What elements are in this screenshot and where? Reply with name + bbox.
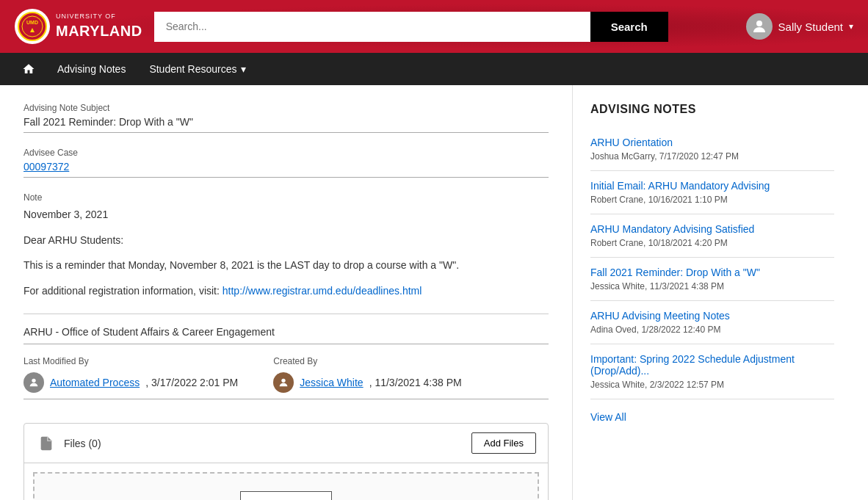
note-list-item[interactable]: ARHU Advising Meeting NotesAdina Oved, 1… bbox=[590, 301, 834, 344]
note-link[interactable]: http://www.registrar.umd.edu/deadlines.h… bbox=[223, 285, 422, 297]
created-by-date: , 11/3/2021 4:38 PM bbox=[369, 377, 462, 388]
note-body2: For additional registration information,… bbox=[23, 283, 549, 299]
view-all-link[interactable]: View All bbox=[590, 411, 834, 423]
note-body1: This is a reminder that Monday, November… bbox=[23, 257, 549, 273]
note-list-item[interactable]: Fall 2021 Reminder: Drop With a "W"Jessi… bbox=[590, 258, 834, 301]
right-sidebar: ADVISING NOTES ARHU OrientationJoshua Mc… bbox=[573, 85, 852, 500]
note-list-meta: Adina Oved, 1/28/2022 12:40 PM bbox=[590, 325, 834, 335]
subject-label: Advising Note Subject bbox=[23, 103, 549, 113]
note-list-meta: Robert Crane, 10/16/2021 1:10 PM bbox=[590, 195, 834, 205]
created-by-col: Created By Jessica White , 11/3/2021 4:3… bbox=[273, 356, 461, 393]
last-modified-date: , 3/17/2022 2:01 PM bbox=[145, 377, 238, 388]
note-list-meta: Jessica White, 11/3/2021 4:38 PM bbox=[590, 281, 834, 291]
student-resources-dropdown-icon: ▾ bbox=[241, 63, 246, 75]
created-by-user-row: Jessica White , 11/3/2021 4:38 PM bbox=[273, 372, 461, 393]
note-list-title: ARHU Advising Meeting Notes bbox=[590, 310, 834, 322]
note-list-meta: Joshua McGarry, 7/17/2020 12:47 PM bbox=[590, 151, 834, 162]
advisee-case-label: Advisee Case bbox=[23, 148, 549, 158]
search-button[interactable]: Search bbox=[590, 12, 668, 42]
search-input[interactable] bbox=[154, 12, 590, 42]
main-navbar: Advising Notes Student Resources ▾ bbox=[0, 53, 868, 85]
svg-point-4 bbox=[756, 21, 762, 26]
jessica-white-avatar bbox=[273, 372, 294, 393]
university-name: UNIVERSITY OF MARYLAND bbox=[56, 12, 142, 40]
note-divider bbox=[23, 314, 549, 314]
note-greeting: Dear ARHU Students: bbox=[23, 232, 549, 248]
last-modified-user-name[interactable]: Automated Process bbox=[50, 377, 140, 388]
nav-home-button[interactable] bbox=[12, 55, 46, 83]
note-date: November 3, 2021 bbox=[23, 209, 549, 220]
created-by-label: Created By bbox=[273, 356, 461, 366]
svg-text:UMD: UMD bbox=[26, 20, 38, 25]
created-by-user-name[interactable]: Jessica White bbox=[300, 377, 363, 388]
files-section: Files (0) Add Files ↑ Upload Files bbox=[23, 423, 549, 500]
nav-student-resources[interactable]: Student Resources ▾ bbox=[137, 54, 258, 84]
note-list-title: Fall 2021 Reminder: Drop With a "W" bbox=[590, 267, 834, 278]
note-footer: ARHU - Office of Student Affairs & Caree… bbox=[23, 326, 549, 344]
files-title-area: Files (0) bbox=[36, 433, 101, 454]
advising-notes-label: Advising Notes bbox=[57, 63, 126, 75]
files-header: Files (0) Add Files bbox=[24, 424, 548, 463]
content-area: Advising Note Subject Fall 2021 Reminder… bbox=[0, 85, 573, 500]
sidebar-title: ADVISING NOTES bbox=[590, 103, 834, 116]
note-body: Dear ARHU Students: This is a reminder t… bbox=[23, 232, 549, 299]
app-header: UMD UNIVERSITY OF MARYLAND Search Sally … bbox=[0, 0, 868, 53]
user-name: Sally Student bbox=[778, 21, 843, 33]
subject-field: Advising Note Subject Fall 2021 Reminder… bbox=[23, 103, 549, 133]
student-resources-label: Student Resources bbox=[149, 63, 236, 75]
note-label: Note bbox=[23, 192, 549, 203]
meta-row: Last Modified By Automated Process , 3/1… bbox=[23, 356, 549, 399]
user-menu[interactable]: Sally Student ▾ bbox=[746, 13, 853, 40]
subject-value: Fall 2021 Reminder: Drop With a "W" bbox=[23, 116, 549, 133]
note-list-title: ARHU Orientation bbox=[590, 137, 834, 148]
advisee-case-value[interactable]: 00097372 bbox=[23, 161, 549, 178]
svg-point-5 bbox=[32, 379, 35, 383]
last-modified-user-row: Automated Process , 3/17/2022 2:01 PM bbox=[23, 372, 238, 393]
note-list-item[interactable]: ARHU Mandatory Advising SatisfiedRobert … bbox=[590, 214, 834, 258]
note-list-title: Important: Spring 2022 Schedule Adjustme… bbox=[590, 353, 834, 377]
note-list-title: Initial Email: ARHU Mandatory Advising bbox=[590, 180, 834, 192]
advisee-case-field: Advisee Case 00097372 bbox=[23, 148, 549, 178]
note-list-title: ARHU Mandatory Advising Satisfied bbox=[590, 223, 834, 235]
university-seal: UMD bbox=[15, 9, 50, 44]
notes-list: ARHU OrientationJoshua McGarry, 7/17/202… bbox=[590, 128, 834, 399]
add-files-button[interactable]: Add Files bbox=[471, 432, 536, 454]
user-dropdown-arrow: ▾ bbox=[849, 21, 853, 32]
nav-advising-notes[interactable]: Advising Notes bbox=[46, 54, 137, 84]
upload-area: ↑ Upload Files bbox=[33, 472, 539, 500]
note-list-item[interactable]: Initial Email: ARHU Mandatory AdvisingRo… bbox=[590, 171, 834, 214]
file-icon bbox=[36, 433, 57, 454]
automated-process-avatar bbox=[23, 372, 44, 393]
last-modified-label: Last Modified By bbox=[23, 356, 238, 366]
files-title: Files (0) bbox=[64, 438, 101, 449]
note-list-item[interactable]: Important: Spring 2022 Schedule Adjustme… bbox=[590, 344, 834, 399]
note-list-meta: Robert Crane, 10/18/2021 4:20 PM bbox=[590, 238, 834, 248]
svg-point-6 bbox=[282, 379, 286, 383]
last-modified-col: Last Modified By Automated Process , 3/1… bbox=[23, 356, 238, 393]
note-list-meta: Jessica White, 2/3/2022 12:57 PM bbox=[590, 380, 834, 390]
upload-files-button[interactable]: ↑ Upload Files bbox=[240, 491, 331, 500]
search-area: Search bbox=[154, 12, 668, 42]
note-list-item[interactable]: ARHU OrientationJoshua McGarry, 7/17/202… bbox=[590, 128, 834, 171]
main-container: Advising Note Subject Fall 2021 Reminder… bbox=[0, 85, 868, 500]
user-avatar bbox=[746, 13, 773, 40]
note-field: Note November 3, 2021 Dear ARHU Students… bbox=[23, 192, 549, 299]
logo-area: UMD UNIVERSITY OF MARYLAND bbox=[15, 9, 142, 44]
